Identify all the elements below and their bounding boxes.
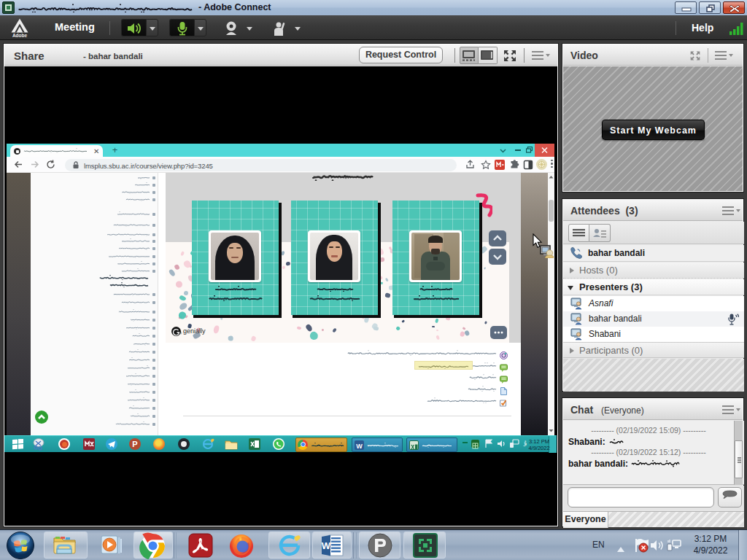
svg-text:W: W [322, 540, 331, 551]
svg-text:Adobe: Adobe [12, 33, 28, 37]
svg-text:P: P [132, 440, 137, 448]
svg-text:W: W [356, 443, 363, 450]
